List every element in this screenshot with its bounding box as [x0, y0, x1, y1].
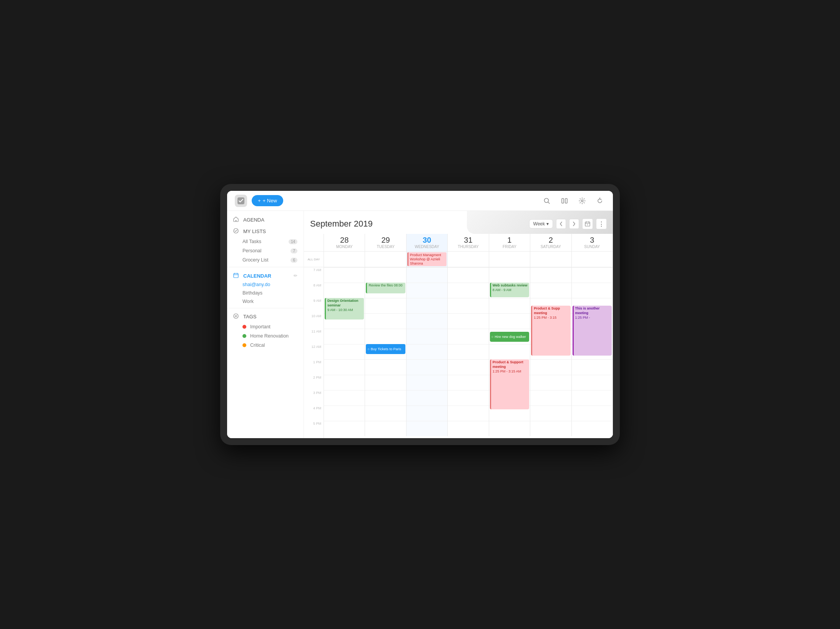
- tag-icon: [233, 313, 239, 319]
- main-content: AGENDA MY LISTS All Tasks 14: [227, 211, 613, 438]
- day-col-sun[interactable]: This is another meeting 1:25 PM -: [572, 267, 613, 436]
- time-2pm: 2 PM: [304, 375, 324, 390]
- all-day-label: ALL DAY: [304, 252, 324, 267]
- sidebar-sub-item-personal[interactable]: Personal 7: [227, 246, 304, 255]
- search-button[interactable]: [541, 195, 552, 206]
- svg-rect-3: [562, 199, 564, 203]
- tag-home-renovation[interactable]: Home Renovation: [227, 331, 304, 341]
- cal-controls: Week ▾: [529, 218, 607, 229]
- divider-1: [227, 267, 304, 267]
- home-icon: [233, 217, 239, 223]
- sidebar-item-calendar[interactable]: CALENDAR: [233, 273, 271, 279]
- day-name-sat: Saturday: [532, 245, 569, 249]
- sidebar-sub-item-alltasks[interactable]: All Tasks 14: [227, 237, 304, 246]
- divider-2: [227, 308, 304, 308]
- event-time: 8 AM - 9 AM: [493, 288, 528, 293]
- time-3pm: 3 PM: [304, 390, 324, 406]
- time-grid: 7 AM 8 AM 9 AM 10 AM 11 AM 12 AM 1 PM 2 …: [304, 267, 613, 438]
- svg-point-11: [234, 314, 238, 318]
- day-header-sun: 3 Sunday: [572, 234, 613, 251]
- time-gutter-header: [304, 234, 324, 251]
- event-product-sat[interactable]: Product & Supp meeting 1:25 PM - 3:15: [531, 306, 570, 356]
- time-10am: 10 AM: [304, 313, 324, 329]
- event-buy-tickets[interactable]: ○ Buy Tickets to Paris: [366, 344, 405, 354]
- time-11am: 11 AM: [304, 329, 324, 344]
- event-time: 1:25 PM - 3:15: [534, 316, 569, 320]
- svg-text:6: 6: [587, 223, 588, 226]
- svg-line-2: [548, 202, 550, 204]
- all-day-fri: [489, 252, 530, 267]
- sidebar: AGENDA MY LISTS All Tasks 14: [227, 211, 304, 438]
- device-frame: + + New: [220, 184, 620, 445]
- event-time: 1:25 PM -: [575, 316, 610, 320]
- columns-button[interactable]: [559, 195, 570, 206]
- time-1pm: 1 PM: [304, 359, 324, 375]
- time-7am: 7 AM: [304, 267, 324, 283]
- cal-days-header: 28 Monday 29 Tuesday 30 Wednesday 31: [304, 234, 613, 252]
- sidebar-cal-birthdays[interactable]: Birthdays: [227, 289, 304, 297]
- event-product-support-fri[interactable]: Product & Support meeting 1:25 PM - 3:15…: [490, 359, 529, 409]
- agenda-label: AGENDA: [243, 217, 297, 223]
- time-8am: 8 AM: [304, 283, 324, 298]
- day-num-29: 29: [367, 236, 404, 244]
- week-view-selector[interactable]: Week ▾: [529, 219, 553, 228]
- event-dog-walker[interactable]: ○ Hire new dog walker: [490, 332, 529, 342]
- event-review-files[interactable]: Review the files 08:00: [366, 283, 405, 293]
- event-title: Product & Supp meeting: [534, 306, 569, 315]
- event-time: 9 AM - 10:30 AM: [327, 308, 362, 313]
- all-day-sun: [572, 252, 613, 267]
- day-header-fri: 1 Friday: [489, 234, 530, 251]
- day-col-sat[interactable]: Product & Supp meeting 1:25 PM - 3:15: [530, 267, 571, 436]
- time-col: 7 AM 8 AM 9 AM 10 AM 11 AM 12 AM 1 PM 2 …: [304, 267, 324, 438]
- grocery-badge: 6: [291, 258, 297, 263]
- event-title: Design Orientation seminar: [327, 299, 362, 308]
- cal-grid: 28 Monday 29 Tuesday 30 Wednesday 31: [304, 234, 613, 438]
- logo-button[interactable]: [235, 195, 247, 207]
- top-bar: + + New: [227, 191, 613, 211]
- day-col-wed[interactable]: [407, 267, 448, 436]
- tag-critical[interactable]: Critical: [227, 341, 304, 350]
- prev-week-button[interactable]: [556, 219, 566, 229]
- all-day-event-workshop[interactable]: Product Managment Workshop @ Azrieli Sha…: [407, 252, 447, 266]
- event-web-subtasks[interactable]: Web subtasks review 8 AM - 9 AM: [490, 283, 529, 297]
- sidebar-item-tags[interactable]: TAGS: [227, 311, 304, 322]
- tag-important[interactable]: Important: [227, 322, 304, 331]
- device-screen: + + New: [227, 191, 613, 438]
- circle-icon: ○: [367, 347, 369, 352]
- event-another-meeting[interactable]: This is another meeting 1:25 PM -: [573, 306, 612, 356]
- sidebar-sub-item-grocery[interactable]: Grocery List 6: [227, 255, 304, 265]
- day-name-wed: Wednesday: [408, 245, 446, 249]
- check-circle-icon: [233, 228, 239, 234]
- all-day-tue: [365, 252, 406, 267]
- mylists-label: MY LISTS: [243, 228, 297, 234]
- calendar-icon: [233, 273, 239, 279]
- new-label: + New: [263, 198, 277, 204]
- settings-button[interactable]: [577, 195, 588, 206]
- day-header-wed: 30 Wednesday: [407, 234, 448, 251]
- edit-calendar-icon[interactable]: ✏: [294, 273, 297, 278]
- day-col-thu[interactable]: [448, 267, 489, 436]
- new-button[interactable]: + + New: [252, 195, 283, 206]
- top-bar-right: [541, 195, 605, 206]
- day-num-2: 2: [532, 236, 569, 244]
- day-col-fri[interactable]: Web subtasks review 8 AM - 9 AM ○ Hire n…: [489, 267, 530, 436]
- sidebar-item-mylists[interactable]: MY LISTS: [227, 225, 304, 237]
- day-col-tue[interactable]: Review the files 08:00 ○ Buy Tickets to …: [365, 267, 406, 436]
- sidebar-cal-work[interactable]: Work: [227, 297, 304, 306]
- more-options-button[interactable]: ⋮: [596, 218, 607, 229]
- refresh-button[interactable]: [594, 195, 605, 206]
- cal-title: September 2019: [310, 219, 373, 229]
- plus-icon: +: [258, 198, 261, 204]
- day-num-30: 30: [408, 236, 446, 244]
- today-button[interactable]: 6: [582, 218, 593, 229]
- event-title: This is another meeting: [575, 306, 610, 315]
- tag-critical-label: Critical: [250, 343, 265, 348]
- sidebar-item-agenda[interactable]: AGENDA: [227, 214, 304, 225]
- calendar-area: September 2019 Week ▾: [304, 211, 613, 438]
- all-day-sat: [530, 252, 571, 267]
- day-num-28: 28: [325, 236, 363, 244]
- event-design-orientation[interactable]: Design Orientation seminar 9 AM - 10:30 …: [325, 298, 364, 319]
- sidebar-cal-shai[interactable]: shai@any.do: [227, 280, 304, 289]
- day-col-mon[interactable]: Design Orientation seminar 9 AM - 10:30 …: [324, 267, 365, 436]
- next-week-button[interactable]: [569, 219, 579, 229]
